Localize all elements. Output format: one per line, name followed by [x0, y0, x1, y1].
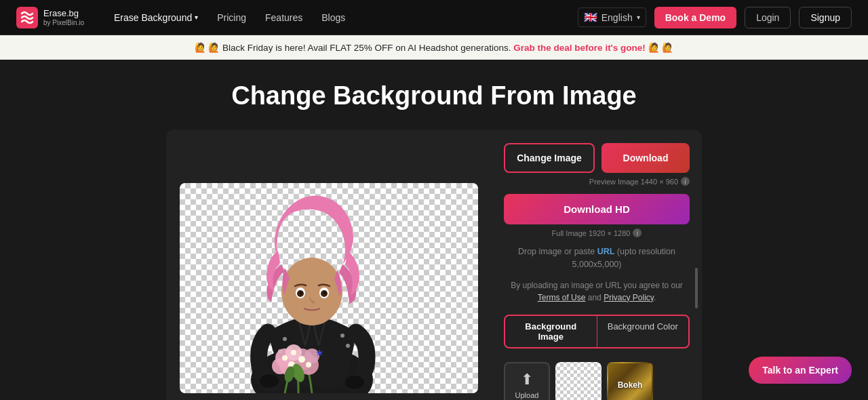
- svg-point-10: [281, 258, 342, 325]
- language-label: English: [601, 12, 633, 23]
- editor-wrapper: ★ Change Image Download Preview Image 14…: [166, 129, 702, 400]
- blank-bg-option[interactable]: [555, 362, 601, 401]
- lang-chevron-icon: ▾: [637, 14, 640, 21]
- svg-point-25: [282, 355, 288, 361]
- change-image-button[interactable]: Change Image: [504, 143, 595, 173]
- privacy-link[interactable]: Privacy Policy: [604, 293, 654, 302]
- right-panel: Change Image Download Preview Image 1440…: [492, 129, 702, 400]
- logo-name: Erase.bg: [43, 8, 84, 19]
- drop-text-line2: 5,000x5,000): [572, 260, 622, 269]
- main-content: Change Background From Image: [0, 60, 868, 400]
- full-image-info-icon[interactable]: i: [633, 228, 642, 237]
- nav-pricing[interactable]: Pricing: [209, 8, 254, 27]
- svg-point-6: [346, 344, 350, 348]
- login-button[interactable]: Login: [745, 7, 791, 28]
- background-tabs: Background Image Background Color: [504, 315, 690, 348]
- signup-button[interactable]: Signup: [799, 7, 852, 28]
- svg-point-7: [260, 374, 279, 388]
- nav-right: 🇬🇧 English ▾ Book a Demo Login Signup: [578, 7, 852, 28]
- drop-zone-text: Drop image or paste URL (upto resolution…: [504, 245, 690, 271]
- preview-info-icon[interactable]: i: [681, 177, 690, 186]
- svg-point-2: [283, 337, 287, 341]
- svg-point-26: [298, 356, 305, 363]
- nav-links: Erase Background ▾ Pricing Features Blog…: [106, 8, 578, 27]
- editor-area: ★ Change Image Download Preview Image 14…: [166, 129, 702, 400]
- download-hd-button[interactable]: Download HD: [504, 194, 690, 224]
- download-button[interactable]: Download: [601, 143, 690, 173]
- flag-icon: 🇬🇧: [584, 11, 597, 24]
- nav-features[interactable]: Features: [257, 8, 311, 27]
- logo-sub: by PixelBin.io: [43, 19, 84, 26]
- bokeh-label: Bokeh: [618, 380, 643, 390]
- svg-point-27: [291, 350, 296, 355]
- action-buttons-row: Change Image Download: [504, 143, 690, 173]
- bokeh-bg-option[interactable]: Bokeh: [607, 362, 653, 401]
- logo-icon: [16, 7, 38, 28]
- upload-icon: ⬆: [521, 371, 533, 388]
- book-demo-button[interactable]: Book a Demo: [654, 7, 736, 28]
- page-title: Change Background From Image: [231, 81, 637, 111]
- tab-background-color[interactable]: Background Color: [597, 316, 689, 347]
- scrollbar[interactable]: [695, 268, 698, 308]
- svg-text:★: ★: [315, 347, 324, 358]
- navbar: Erase.bg by PixelBin.io Erase Background…: [0, 0, 868, 35]
- banner-link[interactable]: Grab the deal before it's gone!: [513, 43, 646, 53]
- subject-image: ★: [180, 183, 478, 393]
- nav-blogs[interactable]: Blogs: [313, 8, 353, 27]
- svg-point-5: [340, 334, 344, 338]
- preview-label-text: Preview Image 1440 × 960: [589, 178, 678, 186]
- image-panel: ★: [166, 129, 492, 400]
- svg-point-28: [306, 362, 311, 367]
- svg-point-16: [323, 292, 326, 294]
- full-image-label-text: Full Image 1920 × 1280: [552, 229, 631, 237]
- image-container: ★: [180, 183, 478, 393]
- svg-point-15: [300, 292, 302, 294]
- banner-suffix: 🙋 🙋: [648, 43, 674, 53]
- full-image-label-row: Full Image 1920 × 1280 i: [504, 228, 690, 237]
- terms-text: By uploading an image or URL you agree t…: [504, 279, 690, 304]
- upload-label: Upload: [515, 391, 539, 399]
- logo[interactable]: Erase.bg by PixelBin.io: [16, 7, 84, 28]
- banner-text: 🙋 🙋 Black Friday is here! Avail FLAT 25%…: [195, 43, 511, 53]
- upload-bg-option[interactable]: ⬆ Upload: [504, 362, 550, 401]
- nav-erase-background[interactable]: Erase Background ▾: [106, 8, 206, 27]
- svg-point-8: [345, 376, 364, 389]
- promo-banner: 🙋 🙋 Black Friday is here! Avail FLAT 25%…: [0, 35, 868, 60]
- drop-text-line1: Drop image or paste URL (upto resolution: [518, 247, 675, 256]
- background-options: ⬆ Upload Bokeh: [504, 357, 690, 401]
- terms-link[interactable]: Terms of Use: [538, 293, 586, 302]
- language-selector[interactable]: 🇬🇧 English ▾: [578, 7, 646, 27]
- talk-to-expert-button[interactable]: Talk to an Expert: [749, 357, 852, 384]
- chevron-down-icon: ▾: [195, 14, 198, 21]
- preview-label-row: Preview Image 1440 × 960 i: [504, 177, 690, 186]
- tab-background-image[interactable]: Background Image: [505, 316, 597, 347]
